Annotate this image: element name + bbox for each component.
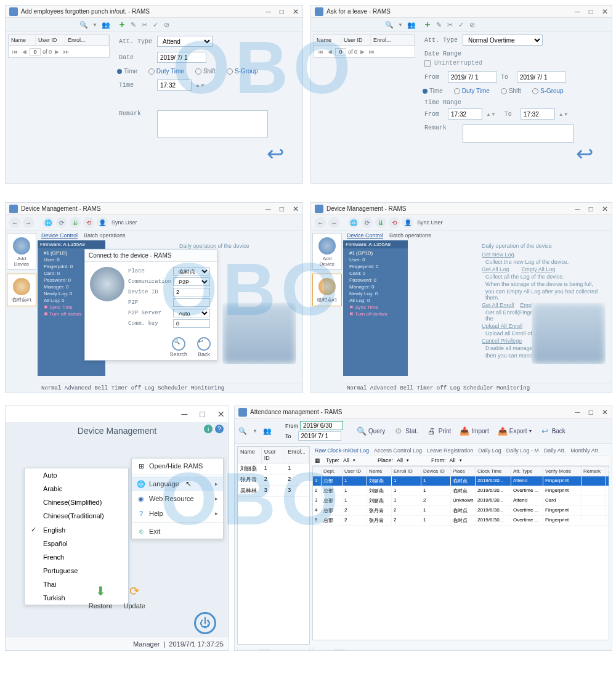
employee-list[interactable]: 刘丽燕11张丹青22吴梓林33	[238, 463, 309, 644]
user-icon[interactable]: 👤	[402, 217, 413, 228]
radio-shift[interactable]	[195, 68, 201, 75]
globe-icon[interactable]: 🌐	[348, 217, 359, 228]
confirm-button[interactable]: ✓	[151, 20, 160, 29]
remark-input[interactable]	[157, 110, 268, 137]
link-empty-all-log[interactable]: Empty All Log	[521, 266, 555, 272]
edit-row-icon[interactable]: ✎	[387, 650, 392, 651]
pager-input[interactable]	[334, 650, 345, 651]
sub-tab[interactable]: Access Control Log	[374, 447, 422, 454]
table-row[interactable]: 2总部1刘丽燕11临时点2019/6/30...Overtime ...Fing…	[313, 486, 609, 496]
maximize-button[interactable]: □	[589, 205, 593, 213]
minimize-button[interactable]: ─	[575, 205, 580, 213]
add-button[interactable]: ＋	[423, 20, 432, 29]
nav-fwd[interactable]: →	[328, 217, 339, 228]
device-item[interactable]: 临时点#1	[7, 274, 36, 306]
close-button[interactable]: ✕	[217, 409, 225, 419]
maximize-button[interactable]: □	[280, 7, 284, 16]
language-option[interactable]: Auto	[25, 468, 128, 482]
sub-tabs[interactable]: Raw Clock-In/Out LogAccess Control LogLe…	[312, 446, 609, 455]
language-option[interactable]: Arabic	[25, 482, 128, 496]
bottom-tabs[interactable]: Normal Advanced Bell Timer off Log Sched…	[343, 383, 612, 393]
back-button[interactable]: ↩Back	[197, 337, 211, 357]
place-select[interactable]: 临时点	[173, 267, 210, 275]
close-button[interactable]: ✕	[602, 205, 608, 213]
bottom-tabs[interactable]: Normal Advanced Bell Timer off Log Sched…	[38, 383, 302, 393]
stat-button[interactable]: ⚙Stat.	[391, 425, 421, 437]
maximize-button[interactable]: □	[200, 409, 205, 419]
radio-sgroup[interactable]	[532, 88, 538, 94]
add-device-button[interactable]: Add Device	[7, 233, 36, 270]
user-add-icon[interactable]: 👥	[102, 20, 110, 29]
search-button[interactable]: 🔍Search	[169, 337, 187, 357]
list-item[interactable]: 张丹青22	[238, 475, 309, 486]
menu-help[interactable]: ?Help▸	[132, 506, 223, 521]
close-button[interactable]: ✕	[293, 205, 299, 213]
pager-input[interactable]	[335, 48, 346, 55]
pager-next[interactable]: ▶	[359, 49, 366, 55]
language-option[interactable]: Chinese(Simplified)	[25, 496, 128, 509]
delete-button[interactable]: ✂	[445, 20, 454, 29]
add-row-icon[interactable]: ＋	[380, 649, 386, 651]
pager-first[interactable]: ⏮	[240, 650, 248, 651]
restore-button[interactable]: ⬇Restore	[89, 580, 113, 610]
user-icon[interactable]: 👤	[97, 217, 108, 228]
radio-duty[interactable]	[148, 68, 155, 75]
att-type-select[interactable]: Attend	[157, 36, 213, 47]
p2p-server-select[interactable]: Auto	[173, 309, 210, 317]
nav-back[interactable]: ←	[315, 217, 326, 228]
pager-prev[interactable]: ◀	[21, 49, 28, 55]
uninterrupted-check[interactable]	[424, 60, 431, 67]
pager-input[interactable]	[30, 48, 41, 55]
language-option[interactable]: French	[25, 550, 128, 564]
add-button[interactable]: ＋	[118, 20, 126, 29]
list-item[interactable]: 吴梓林33	[238, 486, 309, 497]
minimize-button[interactable]: ─	[265, 205, 271, 213]
to-date[interactable]	[517, 71, 566, 83]
device-id-input[interactable]	[173, 288, 210, 296]
nav-fwd[interactable]: →	[23, 217, 34, 228]
tab-device-control[interactable]: Device Control	[41, 232, 78, 239]
back-button[interactable]: ↩Back	[538, 425, 568, 437]
export-button[interactable]: 📤Export▾	[495, 425, 534, 437]
dropdown-icon[interactable]: ▼	[251, 426, 259, 435]
help-icon[interactable]: ?	[215, 425, 224, 433]
from-filter[interactable]: All	[450, 457, 456, 463]
device-item[interactable]: 临时点#1	[312, 274, 342, 306]
radio-time[interactable]	[423, 89, 428, 94]
close-button[interactable]: ✕	[602, 408, 608, 417]
cancel-button[interactable]: ⊘	[162, 20, 171, 29]
maximize-button[interactable]: □	[280, 205, 284, 213]
radio-time[interactable]	[117, 69, 122, 74]
maximize-button[interactable]: □	[589, 7, 593, 16]
link-get-all-log[interactable]: Get All Log	[482, 266, 509, 272]
sub-tab[interactable]: Daily Log - M	[506, 447, 539, 454]
minimize-button[interactable]: ─	[575, 7, 580, 16]
import-button[interactable]: 📥Import	[457, 425, 491, 437]
date-input[interactable]	[157, 52, 206, 63]
language-option[interactable]: Chinese(Traditional)	[25, 509, 128, 523]
dropdown-icon[interactable]: ▼	[91, 20, 99, 29]
pager-input[interactable]	[259, 650, 270, 651]
att-type-select[interactable]: Normal Overtime	[463, 35, 543, 46]
pager-first[interactable]: ⏮	[317, 49, 325, 55]
language-option[interactable]: Portuguese	[25, 564, 128, 577]
type-filter[interactable]: All	[343, 457, 349, 463]
update-button[interactable]: ⟳Update	[123, 580, 145, 610]
globe-icon[interactable]: 🌐	[43, 217, 54, 228]
sub-tab[interactable]: Daily Log	[478, 447, 501, 454]
time-to[interactable]	[521, 108, 555, 120]
cancel-button[interactable]: ⊘	[468, 20, 476, 29]
search-icon[interactable]: 🔍	[385, 20, 394, 29]
link-get-all-enroll[interactable]: Get All Enroll	[482, 302, 514, 308]
tab-device-control[interactable]: Device Control	[347, 232, 383, 239]
link-cancel-privilege[interactable]: Cancel Privilege	[482, 338, 522, 344]
comm-select[interactable]: P2P	[173, 277, 210, 286]
list-item[interactable]: 刘丽燕11	[238, 463, 309, 475]
info-icon[interactable]: i	[204, 425, 213, 433]
p2p-input[interactable]	[173, 298, 210, 307]
close-button[interactable]: ✕	[293, 7, 299, 16]
sub-tab[interactable]: Daily Att.	[544, 447, 566, 454]
pager-first[interactable]: ⏮	[11, 49, 19, 55]
confirm-button[interactable]: ✓	[456, 20, 465, 29]
confirm-icon[interactable]: ✓	[394, 650, 399, 651]
